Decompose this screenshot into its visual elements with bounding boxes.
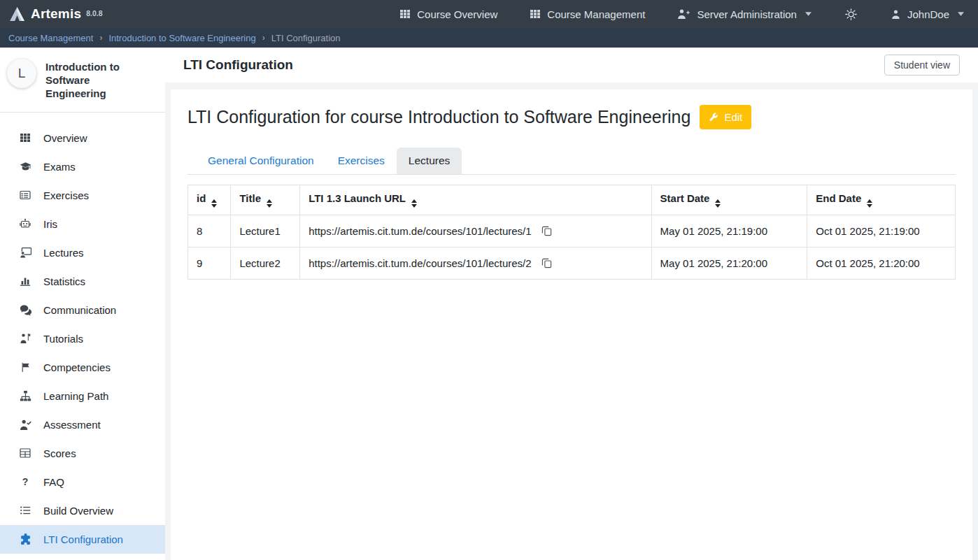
- cell-launch-url: https://artemis.cit.tum.de/courses/101/l…: [300, 215, 651, 247]
- column-label: End Date: [816, 192, 861, 204]
- table-cells-icon: [18, 132, 32, 143]
- sidebar-item-exercises[interactable]: Exercises: [0, 181, 165, 210]
- breadcrumb-course[interactable]: Introduction to Software Engineering: [108, 33, 255, 43]
- course-avatar: L: [7, 59, 36, 88]
- user-menu[interactable]: JohnDoe: [891, 8, 964, 20]
- column-header-end-date[interactable]: End Date: [807, 185, 956, 215]
- username-label: JohnDoe: [907, 8, 949, 20]
- sort-icon[interactable]: [267, 199, 272, 208]
- sort-icon[interactable]: [211, 199, 217, 208]
- theme-toggle-button[interactable]: [844, 7, 858, 22]
- breadcrumb: Course Management › Introduction to Soft…: [0, 28, 978, 48]
- sort-icon[interactable]: [715, 199, 721, 208]
- table-cells-icon: [399, 8, 411, 20]
- sidebar-item-label: Overview: [43, 132, 87, 144]
- sidebar-item-label: Lectures: [43, 247, 84, 259]
- brand[interactable]: Artemis 8.0.8: [8, 6, 103, 23]
- launch-url-text: https://artemis.cit.tum.de/courses/101/l…: [309, 257, 531, 269]
- nav-course-overview[interactable]: Course Overview: [399, 8, 497, 20]
- sidebar-item-overview[interactable]: Overview: [0, 124, 165, 152]
- sidebar-item-lectures[interactable]: Lectures: [0, 238, 165, 267]
- tab-lectures[interactable]: Lectures: [397, 148, 462, 174]
- copy-url-button[interactable]: [540, 257, 553, 270]
- sitemap-icon: [18, 390, 32, 402]
- lti-configuration-card: LTI Configuration for course Introductio…: [171, 89, 972, 560]
- nav-label: Course Overview: [417, 8, 497, 20]
- sun-icon: [845, 8, 857, 20]
- user-icon: [891, 9, 901, 20]
- cell-start-date: May 01 2025, 21:19:00: [651, 215, 807, 247]
- course-title: Introduction to Software Engineering: [45, 59, 138, 101]
- course-initial: L: [18, 66, 26, 81]
- table-cells-icon: [530, 8, 541, 20]
- sidebar-item-label: Scores: [43, 447, 76, 459]
- table-header-row: id Title LTI 1.3 Launch URL Start Date E…: [188, 185, 956, 215]
- sidebar-item-build-overview[interactable]: Build Overview: [0, 496, 165, 525]
- sidebar-item-label: Communication: [43, 304, 116, 316]
- column-label: id: [197, 192, 206, 204]
- cell-launch-url: https://artemis.cit.tum.de/courses/101/l…: [300, 247, 651, 280]
- brand-name: Artemis: [31, 6, 81, 22]
- question-icon: ?: [18, 476, 32, 487]
- sort-icon[interactable]: [867, 199, 872, 208]
- nav-course-management[interactable]: Course Management: [530, 8, 645, 20]
- student-view-button[interactable]: Student view: [884, 55, 960, 76]
- sidebar-item-assessment[interactable]: Assessment: [0, 410, 165, 439]
- column-header-title[interactable]: Title: [231, 185, 300, 215]
- sort-icon[interactable]: [411, 199, 417, 208]
- sidebar-item-faq[interactable]: ? FAQ: [0, 468, 165, 496]
- copy-icon: [541, 258, 552, 268]
- table-row: 8 Lecture1 https://artemis.cit.tum.de/co…: [188, 215, 956, 247]
- sidebar-item-iris[interactable]: Iris: [0, 210, 165, 238]
- chart-column-icon: [18, 275, 32, 287]
- tab-bar: General Configuration Exercises Lectures: [187, 148, 956, 175]
- breadcrumb-separator: ›: [99, 33, 102, 43]
- main-area: LTI Configuration Student view LTI Confi…: [165, 48, 978, 560]
- sidebar-item-competencies[interactable]: Competencies: [0, 353, 165, 382]
- sidebar-item-label: Competencies: [43, 361, 111, 373]
- sidebar-item-label: FAQ: [43, 476, 64, 488]
- sidebar-item-lti-configuration[interactable]: LTI Configuration: [0, 525, 165, 554]
- copy-url-button[interactable]: [540, 224, 553, 238]
- user-check-icon: [18, 419, 32, 431]
- sidebar-item-communication[interactable]: Communication: [0, 296, 165, 324]
- chalkboard-user-icon: [18, 247, 32, 259]
- card-heading: LTI Configuration for course Introductio…: [187, 107, 690, 127]
- comments-icon: [18, 304, 32, 316]
- nav-label: Server Administration: [697, 8, 797, 20]
- breadcrumb-course-management[interactable]: Course Management: [8, 33, 93, 43]
- sidebar-item-label: LTI Configuration: [43, 533, 123, 545]
- sidebar-item-label: Tutorials: [43, 333, 83, 345]
- sidebar-item-label: Exercises: [43, 189, 89, 201]
- column-header-start-date[interactable]: Start Date: [651, 185, 807, 215]
- robot-icon: [18, 218, 32, 229]
- course-header: L Introduction to Software Engineering: [0, 48, 165, 113]
- sidebar-item-statistics[interactable]: Statistics: [0, 267, 165, 296]
- page-title: LTI Configuration: [183, 57, 293, 73]
- list-alt-icon: [18, 189, 32, 201]
- column-label: Start Date: [660, 192, 710, 204]
- column-label: Title: [239, 192, 261, 204]
- sidebar-item-learning-path[interactable]: Learning Path: [0, 382, 165, 410]
- caret-down-icon: [958, 12, 964, 16]
- puzzle-piece-icon: [18, 533, 32, 545]
- sidebar-item-label: Statistics: [43, 275, 85, 287]
- nav-server-administration[interactable]: Server Administration: [677, 8, 812, 20]
- cell-start-date: May 01 2025, 21:20:00: [651, 247, 807, 280]
- column-header-id[interactable]: id: [188, 185, 231, 215]
- cell-title: Lecture2: [231, 247, 300, 280]
- sidebar-item-scores[interactable]: Scores: [0, 439, 165, 468]
- breadcrumb-separator: ›: [262, 33, 265, 43]
- edit-button[interactable]: Edit: [700, 105, 751, 129]
- column-header-launch-url[interactable]: LTI 1.3 Launch URL: [300, 185, 651, 215]
- tab-general-configuration[interactable]: General Configuration: [196, 148, 326, 174]
- sidebar-item-tutorials[interactable]: Tutorials: [0, 324, 165, 353]
- sidebar-item-label: Learning Path: [43, 390, 108, 402]
- page-header: LTI Configuration Student view: [165, 48, 978, 82]
- nav-label: Course Management: [547, 8, 645, 20]
- table-icon: [18, 447, 32, 459]
- svg-text:?: ?: [22, 476, 29, 487]
- tab-exercises[interactable]: Exercises: [326, 148, 397, 174]
- copy-icon: [541, 226, 552, 236]
- sidebar-item-exams[interactable]: Exams: [0, 152, 165, 181]
